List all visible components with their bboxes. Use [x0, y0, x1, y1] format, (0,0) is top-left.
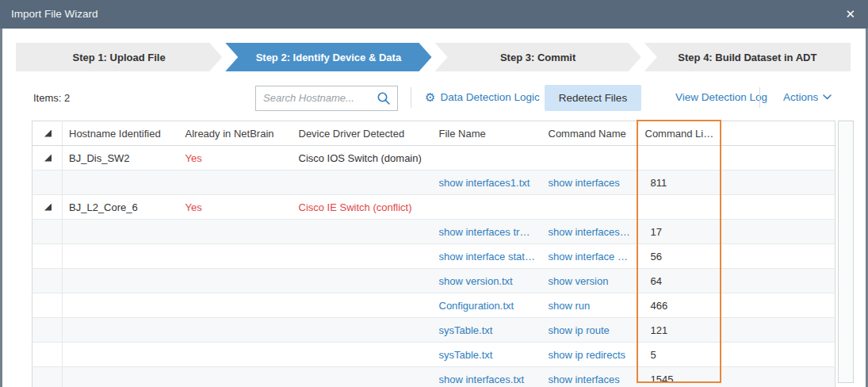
file-name-cell[interactable]: show interface status... — [433, 244, 542, 269]
file-name-cell[interactable]: Configuration.txt — [433, 293, 542, 318]
column-header-already-in-netbrain[interactable]: Already in NetBrain — [179, 121, 293, 146]
command-name-cell[interactable]: show interface status — [542, 244, 639, 269]
wizard-step-4[interactable]: Step 4: Build Dataset in ADT — [644, 43, 851, 71]
wizard-steps: Step 1: Upload File Step 2: Identify Dev… — [16, 43, 851, 71]
filler-cell — [721, 269, 835, 293]
dialog-title: Import File Wizard — [11, 0, 98, 29]
dialog-titlebar: Import File Wizard ✕ — [0, 0, 868, 29]
file-name-cell[interactable]: sysTable.txt — [433, 343, 542, 367]
actions-label: Actions — [783, 91, 818, 103]
table-row-file: show interfaces trun...show interfaces t… — [33, 220, 835, 244]
file-name-cell[interactable]: sysTable.txt — [433, 318, 542, 343]
collapse-all-icon[interactable] — [44, 130, 52, 137]
already-in-netbrain-cell — [179, 220, 293, 244]
column-header-command-lines[interactable]: Command Lines — [639, 121, 721, 146]
search-input[interactable] — [263, 86, 370, 109]
command-name-cell[interactable]: show interfaces trunk — [542, 220, 639, 244]
hostname-cell — [63, 293, 179, 318]
command-lines-cell: 64 — [639, 269, 721, 293]
wizard-step-label: Step 1: Upload File — [73, 52, 166, 63]
file-name-cell[interactable]: show version.txt — [433, 269, 542, 293]
command-name-cell — [542, 195, 639, 220]
chevron-down-icon — [823, 94, 832, 100]
row-expander-cell — [33, 293, 63, 318]
table-header-row: Hostname IdentifiedAlready in NetBrainDe… — [33, 121, 835, 146]
column-header-filler — [721, 121, 835, 146]
command-lines-cell: 56 — [639, 244, 721, 269]
column-header-file-name[interactable]: File Name — [433, 121, 542, 146]
table-row-device: BJ_L2_Core_6YesCisco IE Switch (conflict… — [33, 195, 835, 220]
hostname-cell — [63, 318, 179, 343]
search-icon[interactable] — [377, 91, 391, 105]
command-name-cell[interactable]: show version — [542, 269, 639, 293]
already-in-netbrain-cell — [179, 367, 293, 387]
file-name-cell[interactable]: show interfaces.txt — [433, 367, 542, 387]
toolbar-divider — [411, 87, 411, 108]
device-driver-cell: Cisco IOS Switch (domain) — [293, 146, 433, 171]
data-detection-logic-label: Data Detection Logic — [440, 91, 539, 103]
table-row-device: BJ_Dis_SW2YesCisco IOS Switch (domain) — [33, 146, 835, 171]
wizard-step-1[interactable]: Step 1: Upload File — [16, 43, 222, 71]
hostname-cell — [63, 220, 179, 244]
wizard-step-2[interactable]: Step 2: Identify Device & Data — [225, 43, 431, 71]
filler-cell — [721, 195, 835, 220]
view-detection-log-link[interactable]: View Detection Log — [675, 91, 767, 103]
device-driver-cell — [293, 220, 433, 244]
row-expander-cell — [33, 244, 63, 269]
close-icon[interactable]: ✕ — [845, 0, 855, 29]
table-row-file: Configuration.txtshow run466 — [33, 293, 835, 318]
row-expander-cell — [33, 195, 63, 220]
files-table: Hostname IdentifiedAlready in NetBrainDe… — [32, 121, 835, 387]
items-count-label: Items: 2 — [33, 92, 70, 104]
row-expander-cell — [33, 269, 63, 293]
hostname-cell — [63, 343, 179, 367]
device-driver-cell — [293, 244, 433, 269]
window-edge-left — [0, 29, 2, 387]
row-expander-cell — [33, 343, 63, 367]
command-name-cell[interactable]: show ip route — [542, 318, 639, 343]
actions-dropdown[interactable]: Actions — [783, 91, 832, 103]
hostname-cell: BJ_L2_Core_6 — [63, 195, 179, 220]
command-name-cell[interactable]: show run — [542, 293, 639, 318]
file-name-cell[interactable]: show interfaces trun... — [433, 220, 542, 244]
already-in-netbrain-cell — [179, 318, 293, 343]
row-expander-icon[interactable] — [44, 155, 52, 162]
command-lines-cell: 1545 — [639, 367, 721, 387]
command-lines-cell: 466 — [639, 293, 721, 318]
command-lines-cell: 17 — [639, 220, 721, 244]
row-expander-cell — [33, 146, 63, 171]
device-driver-cell — [293, 367, 433, 387]
redetect-files-button[interactable]: Redetect Files — [545, 85, 641, 111]
command-name-cell[interactable]: show interfaces — [542, 367, 639, 387]
command-lines-cell: 121 — [639, 318, 721, 343]
command-name-cell[interactable]: show ip redirects — [542, 343, 639, 367]
already-in-netbrain-cell — [179, 293, 293, 318]
filler-cell — [721, 146, 835, 171]
column-header-hostname-identified[interactable]: Hostname Identified — [63, 121, 179, 146]
command-name-cell[interactable]: show interfaces — [542, 171, 639, 195]
file-name-cell[interactable]: show interfaces1.txt — [433, 171, 542, 195]
filler-cell — [721, 171, 835, 195]
row-expander-icon[interactable] — [44, 204, 52, 211]
data-detection-logic-button[interactable]: ⚙ Data Detection Logic — [425, 91, 540, 103]
filler-cell — [721, 343, 835, 367]
column-header-command-name[interactable]: Command Name — [542, 121, 639, 146]
already-in-netbrain-cell: Yes — [179, 195, 293, 220]
vertical-scrollbar[interactable] — [838, 121, 854, 383]
device-driver-cell — [293, 318, 433, 343]
already-in-netbrain-cell — [179, 343, 293, 367]
column-header-device-driver-detected[interactable]: Device Driver Detected — [293, 121, 433, 146]
table-row-file: sysTable.txtshow ip redirects5 — [33, 343, 835, 367]
row-expander-cell — [33, 220, 63, 244]
import-file-wizard-dialog: Import File Wizard ✕ Step 1: Upload File… — [0, 0, 868, 387]
collapse-all-header[interactable] — [33, 121, 63, 146]
hostname-cell — [63, 269, 179, 293]
row-expander-cell — [33, 318, 63, 343]
row-expander-cell — [33, 367, 63, 387]
filler-cell — [721, 293, 835, 318]
already-in-netbrain-cell: Yes — [179, 146, 293, 171]
row-expander-cell — [33, 171, 63, 195]
wizard-step-3[interactable]: Step 3: Commit — [435, 43, 641, 71]
device-driver-cell — [293, 269, 433, 293]
file-name-cell — [433, 146, 542, 171]
